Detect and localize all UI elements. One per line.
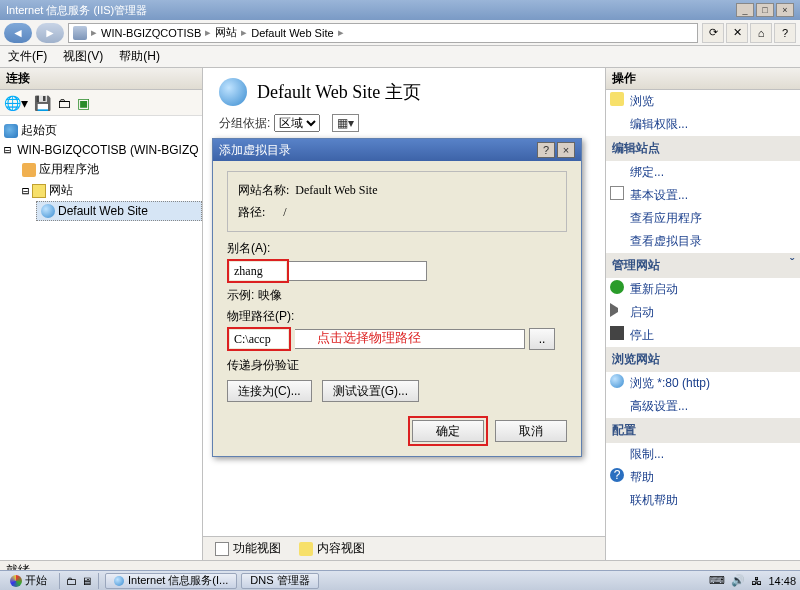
- phys-hint-text: 点击选择物理路径: [317, 329, 421, 347]
- discard-icon[interactable]: 🗀: [57, 95, 71, 111]
- start-page-node[interactable]: 起始页: [21, 122, 57, 139]
- help-icon: ?: [610, 468, 624, 482]
- home-button[interactable]: ⌂: [750, 23, 772, 43]
- server-node[interactable]: WIN-BGIZQCOTISB (WIN-BGIZQ: [17, 143, 198, 157]
- action-browse[interactable]: 浏览: [606, 90, 800, 113]
- collapse-icon[interactable]: ˇ: [790, 257, 794, 271]
- tab-content[interactable]: 内容视图: [291, 538, 373, 559]
- maximize-button[interactable]: □: [756, 3, 774, 17]
- action-start[interactable]: 启动: [606, 301, 800, 324]
- restart-icon: [610, 280, 624, 294]
- path-value: /: [283, 205, 286, 219]
- ok-button[interactable]: 确定: [412, 420, 484, 442]
- group-by-select[interactable]: 区域: [274, 114, 320, 132]
- dialog-help-button[interactable]: ?: [537, 142, 555, 158]
- breadcrumb-sep: ▸: [91, 26, 97, 39]
- quick-launch-desktop[interactable]: 🖥: [81, 575, 92, 587]
- action-online-help[interactable]: 联机帮助: [606, 489, 800, 512]
- content-icon: [299, 542, 313, 556]
- action-adv-settings[interactable]: 高级设置...: [606, 395, 800, 418]
- passthrough-label: 传递身份验证: [227, 357, 567, 374]
- alias-input-rest[interactable]: [289, 261, 427, 281]
- action-edit-perm[interactable]: 编辑权限...: [606, 113, 800, 136]
- minimize-button[interactable]: _: [736, 3, 754, 17]
- menu-view[interactable]: 视图(V): [63, 48, 103, 65]
- connections-panel: 连接 🌐▾ 💾 🗀 ▣ 起始页 ⊟WIN-BGIZQCOTISB (WIN-BG…: [0, 68, 203, 560]
- tree-toggle[interactable]: ⊟: [4, 143, 11, 157]
- center-tabs: 功能视图 内容视图: [203, 536, 605, 560]
- site-node-default[interactable]: Default Web Site: [36, 201, 202, 221]
- action-restart[interactable]: 重新启动: [606, 278, 800, 301]
- section-manage-site: 管理网站ˇ: [606, 253, 800, 278]
- close-button[interactable]: ×: [776, 3, 794, 17]
- action-basic-settings[interactable]: 基本设置...: [606, 184, 800, 207]
- dialog-close-button[interactable]: ×: [557, 142, 575, 158]
- add-vdir-dialog: 添加虚拟目录 ? × 网站名称: Default Web Site 路径: / …: [212, 138, 582, 457]
- sites-node[interactable]: 网站: [49, 182, 73, 199]
- tray-clock[interactable]: 14:48: [768, 575, 796, 587]
- alias-input[interactable]: [230, 262, 286, 280]
- action-bindings[interactable]: 绑定...: [606, 161, 800, 184]
- action-stop[interactable]: 停止: [606, 324, 800, 347]
- globe-icon: [219, 78, 247, 106]
- features-icon: [215, 542, 229, 556]
- help-button[interactable]: ?: [774, 23, 796, 43]
- save-icon[interactable]: 💾: [34, 95, 51, 111]
- globe-icon: [41, 204, 55, 218]
- breadcrumb-sites[interactable]: 网站: [215, 25, 237, 40]
- section-config: 配置: [606, 418, 800, 443]
- breadcrumb-server[interactable]: WIN-BGIZQCOTISB: [101, 27, 201, 39]
- tray-volume-icon[interactable]: 🔊: [731, 574, 745, 587]
- tray-network-icon[interactable]: 🖧: [751, 575, 762, 587]
- app-pools-node[interactable]: 应用程序池: [39, 161, 99, 178]
- connect-as-button[interactable]: 连接为(C)...: [227, 380, 312, 402]
- start-icon: [10, 575, 22, 587]
- connect-icon[interactable]: 🌐▾: [4, 95, 28, 111]
- stop-connect-button[interactable]: ✕: [726, 23, 748, 43]
- nav-toolbar: ◄ ► ▸ WIN-BGIZQCOTISB ▸ 网站 ▸ Default Web…: [0, 20, 800, 46]
- phys-path-input[interactable]: [230, 330, 288, 348]
- breadcrumb[interactable]: ▸ WIN-BGIZQCOTISB ▸ 网站 ▸ Default Web Sit…: [68, 23, 698, 43]
- browse-button[interactable]: ..: [529, 328, 555, 350]
- window-title-text: Internet 信息服务 (IIS)管理器: [6, 3, 734, 18]
- tree-toggle[interactable]: ⊟: [22, 184, 29, 198]
- page-title: Default Web Site 主页: [257, 80, 421, 104]
- up-icon[interactable]: ▣: [77, 95, 90, 111]
- site-name-label: 网站名称:: [238, 183, 289, 197]
- folder-icon: [610, 92, 624, 106]
- iis-icon: [114, 576, 124, 586]
- menu-file[interactable]: 文件(F): [8, 48, 47, 65]
- action-browse-80[interactable]: 浏览 *:80 (http): [606, 372, 800, 395]
- action-view-apps[interactable]: 查看应用程序: [606, 207, 800, 230]
- action-help[interactable]: ?帮助: [606, 466, 800, 489]
- action-view-vdirs[interactable]: 查看虚拟目录: [606, 230, 800, 253]
- taskbar-item-iis[interactable]: Internet 信息服务(I...: [105, 573, 237, 589]
- example-text: 示例: 映像: [227, 287, 567, 304]
- view-mode-icon[interactable]: ▦▾: [332, 114, 359, 132]
- menu-bar: 文件(F) 视图(V) 帮助(H): [0, 46, 800, 68]
- breadcrumb-site[interactable]: Default Web Site: [251, 27, 333, 39]
- menu-help[interactable]: 帮助(H): [119, 48, 160, 65]
- tab-features[interactable]: 功能视图: [207, 538, 289, 559]
- connections-header: 连接: [0, 68, 202, 90]
- cancel-button[interactable]: 取消: [495, 420, 567, 442]
- quick-launch-explorer[interactable]: 🗀: [66, 575, 77, 587]
- dialog-titlebar[interactable]: 添加虚拟目录 ? ×: [213, 139, 581, 161]
- doc-icon: [610, 186, 624, 200]
- group-by-label: 分组依据:: [219, 115, 270, 132]
- play-icon: [610, 303, 624, 317]
- sites-icon: [32, 184, 46, 198]
- back-button[interactable]: ◄: [4, 23, 32, 43]
- server-icon: [73, 26, 87, 40]
- start-button[interactable]: 开始: [4, 573, 53, 588]
- forward-button[interactable]: ►: [36, 23, 64, 43]
- window-titlebar: Internet 信息服务 (IIS)管理器 _ □ ×: [0, 0, 800, 20]
- site-name-value: Default Web Site: [295, 183, 377, 197]
- tray-lang-icon[interactable]: ⌨: [709, 574, 725, 587]
- actions-panel: 操作 浏览 编辑权限... 编辑站点 绑定... 基本设置... 查看应用程序 …: [606, 68, 800, 560]
- test-settings-button[interactable]: 测试设置(G)...: [322, 380, 419, 402]
- stop-icon: [610, 326, 624, 340]
- taskbar-item-dns[interactable]: DNS 管理器: [241, 573, 318, 589]
- refresh-button[interactable]: ⟳: [702, 23, 724, 43]
- action-limits[interactable]: 限制...: [606, 443, 800, 466]
